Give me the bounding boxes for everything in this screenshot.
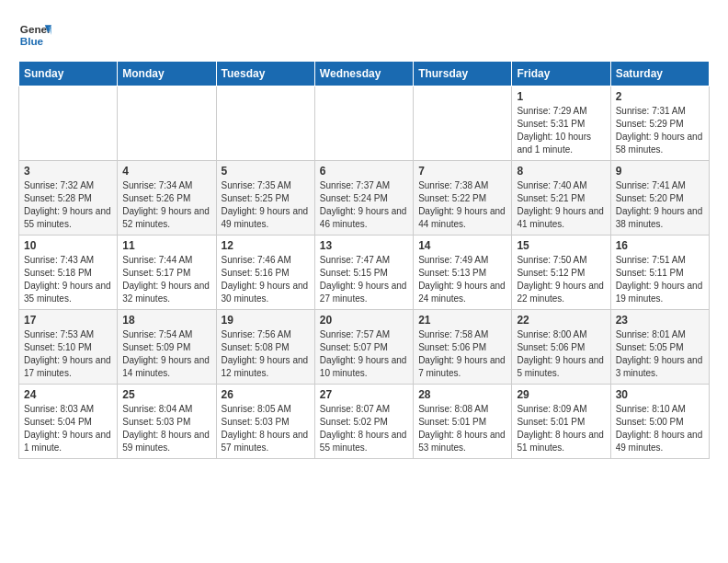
day-info: Sunrise: 7:50 AM Sunset: 5:12 PM Dayligh… — [517, 254, 605, 305]
day-info: Sunrise: 7:29 AM Sunset: 5:31 PM Dayligh… — [517, 105, 605, 156]
day-info: Sunrise: 7:41 AM Sunset: 5:20 PM Dayligh… — [616, 179, 704, 231]
day-cell: 10Sunrise: 7:43 AM Sunset: 5:18 PM Dayli… — [19, 236, 118, 310]
day-cell: 14Sunrise: 7:49 AM Sunset: 5:13 PM Dayli… — [414, 236, 512, 310]
day-cell: 22Sunrise: 8:00 AM Sunset: 5:06 PM Dayli… — [512, 310, 610, 385]
day-info: Sunrise: 7:49 AM Sunset: 5:13 PM Dayligh… — [418, 254, 506, 305]
day-number: 26 — [222, 388, 310, 401]
day-number: 24 — [24, 388, 112, 401]
day-info: Sunrise: 7:53 AM Sunset: 5:10 PM Dayligh… — [24, 328, 112, 380]
day-cell: 19Sunrise: 7:56 AM Sunset: 5:08 PM Dayli… — [216, 310, 314, 385]
day-cell: 24Sunrise: 8:03 AM Sunset: 5:04 PM Dayli… — [19, 385, 118, 459]
day-info: Sunrise: 7:31 AM Sunset: 5:29 PM Dayligh… — [616, 105, 704, 156]
day-number: 30 — [616, 388, 704, 401]
weekday-wednesday: Wednesday — [314, 62, 413, 86]
day-number: 7 — [418, 165, 506, 178]
day-number: 21 — [418, 314, 506, 327]
day-info: Sunrise: 8:05 AM Sunset: 5:03 PM Dayligh… — [222, 403, 310, 454]
day-cell — [414, 86, 512, 161]
week-row-2: 3Sunrise: 7:32 AM Sunset: 5:28 PM Daylig… — [19, 161, 710, 236]
weekday-header-row: SundayMondayTuesdayWednesdayThursdayFrid… — [19, 62, 710, 86]
day-cell: 11Sunrise: 7:44 AM Sunset: 5:17 PM Dayli… — [118, 236, 216, 310]
day-info: Sunrise: 7:47 AM Sunset: 5:15 PM Dayligh… — [320, 254, 408, 305]
weekday-saturday: Saturday — [610, 62, 709, 86]
day-info: Sunrise: 7:40 AM Sunset: 5:21 PM Dayligh… — [517, 179, 605, 231]
day-number: 8 — [517, 165, 605, 178]
day-number: 25 — [122, 388, 210, 401]
day-cell: 23Sunrise: 8:01 AM Sunset: 5:05 PM Dayli… — [610, 310, 709, 385]
day-number: 3 — [24, 165, 112, 178]
day-number: 6 — [320, 165, 408, 178]
day-info: Sunrise: 8:01 AM Sunset: 5:05 PM Dayligh… — [616, 328, 704, 380]
day-number: 16 — [616, 239, 704, 252]
day-info: Sunrise: 8:10 AM Sunset: 5:00 PM Dayligh… — [616, 403, 704, 454]
day-cell: 12Sunrise: 7:46 AM Sunset: 5:16 PM Dayli… — [216, 236, 314, 310]
day-cell: 2Sunrise: 7:31 AM Sunset: 5:29 PM Daylig… — [610, 86, 709, 161]
weekday-tuesday: Tuesday — [216, 62, 314, 86]
weekday-sunday: Sunday — [19, 62, 118, 86]
day-number: 18 — [122, 314, 210, 327]
day-number: 20 — [320, 314, 408, 327]
day-info: Sunrise: 7:38 AM Sunset: 5:22 PM Dayligh… — [418, 179, 506, 231]
day-cell: 5Sunrise: 7:35 AM Sunset: 5:25 PM Daylig… — [216, 161, 314, 236]
day-info: Sunrise: 7:51 AM Sunset: 5:11 PM Dayligh… — [616, 254, 704, 305]
day-cell: 8Sunrise: 7:40 AM Sunset: 5:21 PM Daylig… — [512, 161, 610, 236]
day-cell: 4Sunrise: 7:34 AM Sunset: 5:26 PM Daylig… — [118, 161, 216, 236]
day-info: Sunrise: 7:57 AM Sunset: 5:07 PM Dayligh… — [320, 328, 408, 380]
day-number: 23 — [616, 314, 704, 327]
day-cell: 1Sunrise: 7:29 AM Sunset: 5:31 PM Daylig… — [512, 86, 610, 161]
day-info: Sunrise: 7:37 AM Sunset: 5:24 PM Dayligh… — [320, 179, 408, 231]
day-info: Sunrise: 8:00 AM Sunset: 5:06 PM Dayligh… — [517, 328, 605, 380]
day-number: 12 — [222, 239, 310, 252]
day-info: Sunrise: 7:56 AM Sunset: 5:08 PM Dayligh… — [222, 328, 310, 380]
day-cell: 21Sunrise: 7:58 AM Sunset: 5:06 PM Dayli… — [414, 310, 512, 385]
weekday-monday: Monday — [118, 62, 216, 86]
day-info: Sunrise: 7:46 AM Sunset: 5:16 PM Dayligh… — [222, 254, 310, 305]
page-header: General Blue — [18, 18, 710, 52]
day-number: 22 — [517, 314, 605, 327]
day-cell — [216, 86, 314, 161]
day-info: Sunrise: 7:35 AM Sunset: 5:25 PM Dayligh… — [222, 179, 310, 231]
day-cell: 13Sunrise: 7:47 AM Sunset: 5:15 PM Dayli… — [314, 236, 413, 310]
day-cell: 6Sunrise: 7:37 AM Sunset: 5:24 PM Daylig… — [314, 161, 413, 236]
weekday-friday: Friday — [512, 62, 610, 86]
day-number: 4 — [122, 165, 210, 178]
day-cell — [118, 86, 216, 161]
day-info: Sunrise: 8:03 AM Sunset: 5:04 PM Dayligh… — [24, 403, 112, 454]
day-cell: 18Sunrise: 7:54 AM Sunset: 5:09 PM Dayli… — [118, 310, 216, 385]
day-cell: 3Sunrise: 7:32 AM Sunset: 5:28 PM Daylig… — [19, 161, 118, 236]
day-info: Sunrise: 7:43 AM Sunset: 5:18 PM Dayligh… — [24, 254, 112, 305]
day-info: Sunrise: 8:04 AM Sunset: 5:03 PM Dayligh… — [122, 403, 210, 454]
day-cell: 7Sunrise: 7:38 AM Sunset: 5:22 PM Daylig… — [414, 161, 512, 236]
day-number: 28 — [418, 388, 506, 401]
day-cell: 15Sunrise: 7:50 AM Sunset: 5:12 PM Dayli… — [512, 236, 610, 310]
day-cell: 29Sunrise: 8:09 AM Sunset: 5:01 PM Dayli… — [512, 385, 610, 459]
day-info: Sunrise: 8:09 AM Sunset: 5:01 PM Dayligh… — [517, 403, 605, 454]
day-cell: 17Sunrise: 7:53 AM Sunset: 5:10 PM Dayli… — [19, 310, 118, 385]
day-number: 29 — [517, 388, 605, 401]
day-number: 14 — [418, 239, 506, 252]
week-row-5: 24Sunrise: 8:03 AM Sunset: 5:04 PM Dayli… — [19, 385, 710, 459]
day-cell — [19, 86, 118, 161]
week-row-3: 10Sunrise: 7:43 AM Sunset: 5:18 PM Dayli… — [19, 236, 710, 310]
day-number: 11 — [122, 239, 210, 252]
week-row-4: 17Sunrise: 7:53 AM Sunset: 5:10 PM Dayli… — [19, 310, 710, 385]
day-info: Sunrise: 7:32 AM Sunset: 5:28 PM Dayligh… — [24, 179, 112, 231]
day-number: 13 — [320, 239, 408, 252]
day-info: Sunrise: 7:54 AM Sunset: 5:09 PM Dayligh… — [122, 328, 210, 380]
day-number: 27 — [320, 388, 408, 401]
weekday-thursday: Thursday — [414, 62, 512, 86]
day-cell: 9Sunrise: 7:41 AM Sunset: 5:20 PM Daylig… — [610, 161, 709, 236]
logo: General Blue — [18, 18, 55, 52]
day-number: 2 — [616, 90, 704, 103]
day-cell: 26Sunrise: 8:05 AM Sunset: 5:03 PM Dayli… — [216, 385, 314, 459]
day-number: 10 — [24, 239, 112, 252]
day-number: 5 — [222, 165, 310, 178]
logo-icon: General Blue — [18, 18, 51, 52]
day-cell: 28Sunrise: 8:08 AM Sunset: 5:01 PM Dayli… — [414, 385, 512, 459]
day-info: Sunrise: 7:34 AM Sunset: 5:26 PM Dayligh… — [122, 179, 210, 231]
day-info: Sunrise: 7:58 AM Sunset: 5:06 PM Dayligh… — [418, 328, 506, 380]
day-number: 9 — [616, 165, 704, 178]
calendar-table: SundayMondayTuesdayWednesdayThursdayFrid… — [18, 61, 710, 459]
day-cell — [314, 86, 413, 161]
day-cell: 16Sunrise: 7:51 AM Sunset: 5:11 PM Dayli… — [610, 236, 709, 310]
